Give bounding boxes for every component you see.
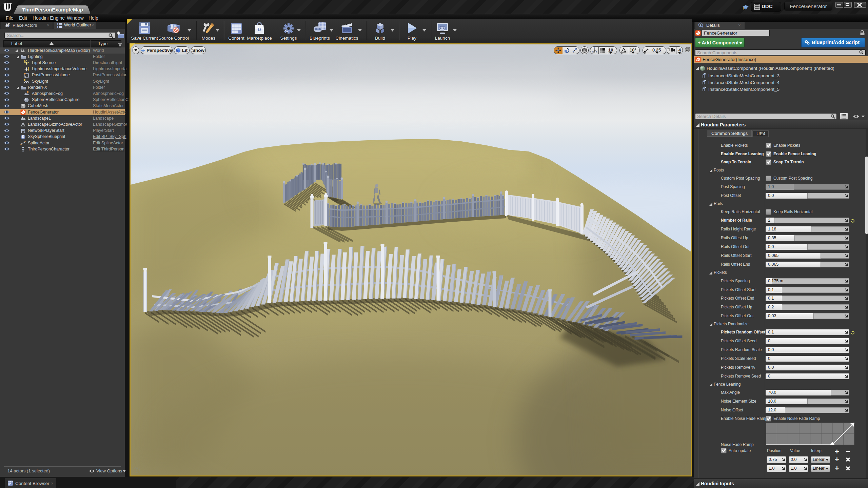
svg-text:i: i [700,23,701,26]
svg-text:ThirdPersonExampleMap: ThirdPersonExampleMap [22,7,83,13]
